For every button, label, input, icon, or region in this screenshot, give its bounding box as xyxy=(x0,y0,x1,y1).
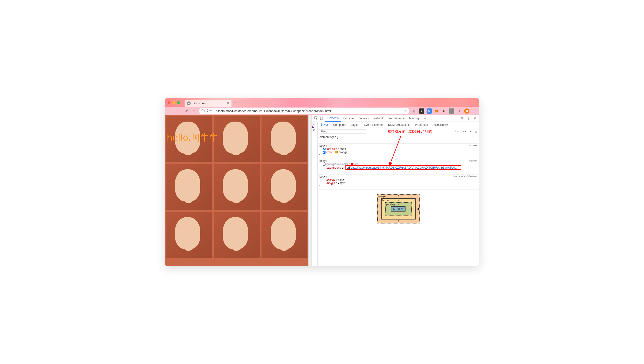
border-left: - xyxy=(382,208,383,210)
rule-body-ua[interactable]: user agent stylesheet body { display: bl… xyxy=(318,174,479,190)
url-suffix: ); xyxy=(458,166,460,169)
css-property: background xyxy=(326,166,341,169)
history-icon[interactable]: ↻ xyxy=(442,108,447,114)
elements-tree[interactable]: <h ▶ </ xyxy=(312,122,318,266)
maximize-window-button[interactable] xyxy=(177,101,180,104)
styles-tab-properties[interactable]: Properties xyxy=(413,122,430,128)
css-declaration: display: block; xyxy=(319,178,477,182)
inspect-element-icon[interactable] xyxy=(313,116,319,121)
tab-sources[interactable]: Sources xyxy=(356,115,371,122)
expand-arrow-icon[interactable]: ▸ xyxy=(338,182,339,185)
css-property: margin xyxy=(326,182,335,185)
tab-performance[interactable]: Performance xyxy=(386,115,407,122)
url-scheme: 文件 xyxy=(206,109,212,113)
cls-toggle[interactable]: .cls xyxy=(462,130,467,133)
elements-line: </ xyxy=(312,128,317,132)
tab-network[interactable]: Network xyxy=(371,115,386,122)
reload-button[interactable]: ⟳ xyxy=(183,108,189,114)
styles-tabbar: Styles Computed Layout Event Listeners D… xyxy=(318,122,479,128)
close-tab-icon[interactable]: × xyxy=(227,101,229,106)
close-brace: } xyxy=(319,170,477,173)
new-tab-button[interactable]: + xyxy=(234,100,236,105)
shield-icon[interactable]: ⛨ xyxy=(434,108,439,114)
rule-body-1[interactable]: <style> body { font-size: 50px; color: xyxy=(318,144,479,159)
extension-v-icon[interactable]: V xyxy=(419,108,424,114)
color-swatch[interactable] xyxy=(335,151,338,154)
qr-icon[interactable]: ⊞ xyxy=(411,108,417,114)
sidebar-toggle-icon[interactable]: ◫ xyxy=(474,130,478,134)
url-path: /Users/mac/Desktop/vue/demo02/01-webpack… xyxy=(216,109,403,113)
property-toggle[interactable] xyxy=(323,163,326,166)
bookmark-star-icon[interactable]: ☆ xyxy=(404,109,407,113)
extension-box-icon[interactable] xyxy=(449,108,454,114)
tab-memory[interactable]: Memory xyxy=(407,115,422,122)
rule-source[interactable]: <style> xyxy=(469,159,477,162)
close-window-button[interactable] xyxy=(168,101,170,104)
new-rule-button[interactable]: + xyxy=(469,130,472,133)
styles-tab-layout[interactable]: Layout xyxy=(348,122,362,128)
tab-console[interactable]: Console xyxy=(341,115,356,122)
styles-tab-computed[interactable]: Computed xyxy=(331,122,348,128)
extension-badge-icon[interactable]: 钉 xyxy=(464,108,469,114)
content-area: hello,阿牛牛 ⋯ Elements Console Sources Net… xyxy=(165,115,479,266)
padding-left: - xyxy=(386,208,387,210)
css-property: display xyxy=(326,178,335,182)
box-model-border: border - - - - padding - - - xyxy=(381,198,415,220)
styles-tab-styles[interactable]: Styles xyxy=(318,122,331,128)
box-model-padding: padding - - - - 557 × 70 xyxy=(385,202,411,216)
css-declaration[interactable]: font-size: 50px; xyxy=(319,147,477,150)
styles-tab-accessibility[interactable]: Accessibility xyxy=(430,122,450,128)
add-property-icon[interactable]: + xyxy=(476,144,477,147)
globe-icon: ◉ xyxy=(187,102,191,105)
rule-element-style[interactable]: element.style { } xyxy=(318,135,479,144)
titlebar: ◉ Document × + xyxy=(165,98,479,107)
styles-filter-input[interactable] xyxy=(319,129,366,134)
margin-label: margin xyxy=(378,195,386,198)
css-property: background-color xyxy=(326,162,348,166)
color-swatch[interactable] xyxy=(351,163,353,165)
page-heading: hello,阿牛牛 xyxy=(167,132,218,144)
forward-button[interactable]: → xyxy=(175,108,181,114)
kebab-menu-icon[interactable]: ⋮ xyxy=(466,116,471,121)
hover-toggle[interactable]: :hov xyxy=(453,130,460,133)
browser-tab[interactable]: ◉ Document × xyxy=(184,100,232,107)
tabs-overflow[interactable]: » xyxy=(422,115,428,122)
device-toolbar-icon[interactable] xyxy=(319,116,325,121)
page-viewport: hello,阿牛牛 xyxy=(165,115,308,266)
close-devtools-icon[interactable]: ✕ xyxy=(472,116,478,121)
css-declaration[interactable]: color: orange; xyxy=(319,150,477,154)
margin-top: 8 xyxy=(398,195,399,198)
devtools-drag-handle[interactable]: ⋯ xyxy=(308,115,312,266)
margin-right: 8 xyxy=(417,208,419,210)
styles-tab-dom-breakpoints[interactable]: DOM Breakpoints xyxy=(386,122,413,128)
styles-filter-bar: 此时图片转化成base64格式 :hov .cls + ◫ xyxy=(318,128,479,135)
bg-tile xyxy=(262,164,307,210)
extensions-puzzle-icon[interactable]: ✦ xyxy=(457,108,462,114)
url-prefix: url( xyxy=(347,166,351,169)
css-property: font-size xyxy=(326,147,337,150)
elements-line: <h xyxy=(312,123,317,126)
property-toggle[interactable] xyxy=(323,148,326,150)
styles-tab-event-listeners[interactable]: Event Listeners xyxy=(362,122,386,128)
address-bar[interactable]: ⓘ 文件 | /Users/mac/Desktop/vue/demo02/01-… xyxy=(199,108,409,114)
css-declaration[interactable]: background: ▸ url(data:image/jpeg;base64… xyxy=(319,166,477,170)
settings-gear-icon[interactable]: ⚙ xyxy=(459,116,465,121)
minimize-window-button[interactable] xyxy=(172,101,175,104)
border-right: - xyxy=(414,208,415,210)
menu-dots-icon[interactable]: ⋮ xyxy=(472,108,477,114)
css-declaration: margin: ▸ 8px; xyxy=(319,182,477,185)
elements-line: ▶ xyxy=(312,126,317,128)
devtools-tabbar: Elements Console Sources Network Perform… xyxy=(312,115,479,122)
base64-url[interactable]: data:image/jpeg;base64,/9j/4AAQSkZJRgABA… xyxy=(351,166,458,169)
home-button[interactable]: ⌂ xyxy=(191,108,197,114)
rule-body-2[interactable]: <style> body { background-color: red; ba… xyxy=(318,159,479,174)
border-label: border xyxy=(382,199,389,202)
property-toggle[interactable] xyxy=(323,151,326,154)
box-model-content: 557 × 70 xyxy=(391,206,405,212)
tab-elements[interactable]: Elements xyxy=(325,115,341,122)
box-model-diagram[interactable]: margin 8 8 8 8 border - - - - xyxy=(377,194,419,224)
browser-window: ◉ Document × + ← → ⟳ ⌂ ⓘ 文件 | /Users/mac… xyxy=(165,98,479,266)
back-button[interactable]: ← xyxy=(167,108,173,114)
translate-icon[interactable]: G xyxy=(426,108,432,114)
padding-label: padding xyxy=(386,203,395,206)
